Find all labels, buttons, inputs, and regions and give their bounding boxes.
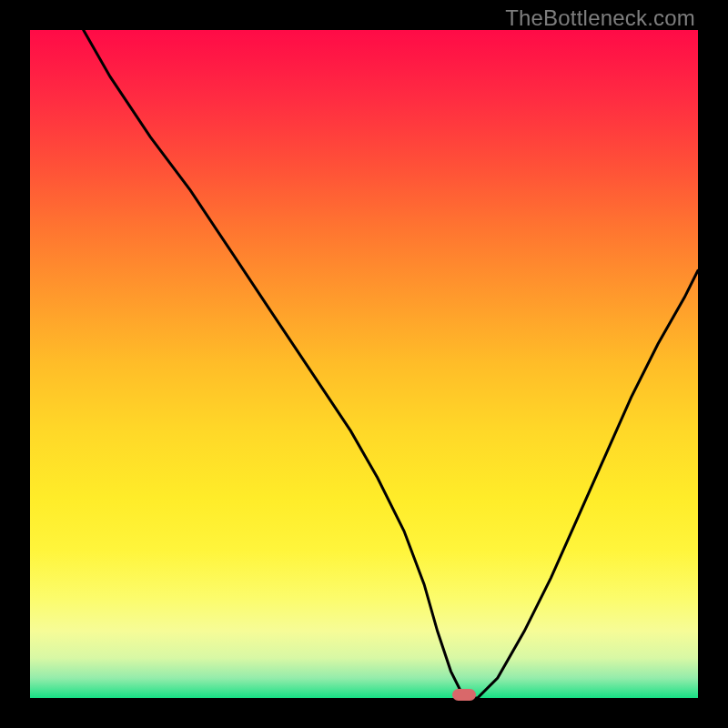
watermark-label: TheBottleneck.com	[505, 5, 695, 31]
bottleneck-curve	[30, 30, 698, 698]
chart-frame	[30, 30, 698, 698]
optimal-marker	[452, 689, 476, 701]
